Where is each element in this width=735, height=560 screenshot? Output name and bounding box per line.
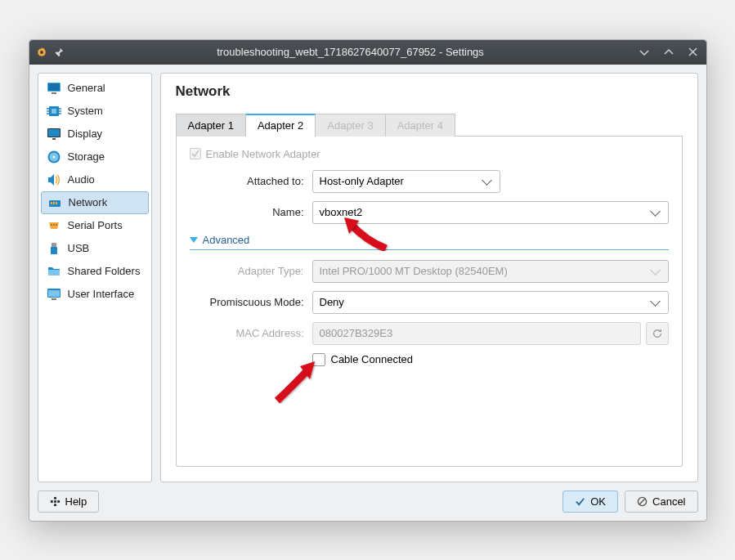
svg-rect-3	[52, 92, 56, 94]
sidebar-item-shared-folders[interactable]: Shared Folders	[38, 260, 151, 283]
attached-to-label: Attached to:	[190, 175, 312, 187]
advanced-label: Advanced	[203, 234, 250, 246]
advanced-toggle[interactable]: Advanced	[190, 234, 669, 250]
sidebar-item-label: Display	[68, 128, 103, 140]
network-icon	[47, 195, 62, 210]
sidebar-item-audio[interactable]: Audio	[38, 168, 151, 191]
svg-rect-33	[50, 500, 52, 503]
page-heading: Network	[176, 83, 683, 100]
cable-row: Cable Connected	[190, 353, 669, 366]
close-button[interactable]	[687, 46, 700, 59]
tab-adapter-1[interactable]: Adapter 1	[176, 114, 246, 137]
cancel-label: Cancel	[652, 495, 685, 508]
cable-connected-label: Cable Connected	[331, 353, 413, 365]
enable-adapter-label: Enable Network Adapter	[206, 148, 320, 160]
mac-label: MAC Address:	[190, 327, 312, 339]
svg-rect-26	[51, 247, 57, 254]
adapter-type-select: Intel PRO/1000 MT Desktop (82540EM)	[312, 260, 669, 283]
folder-icon	[47, 264, 61, 279]
cable-connected-checkbox[interactable]	[312, 353, 325, 366]
refresh-icon	[652, 328, 663, 339]
maximize-button[interactable]	[662, 46, 675, 59]
cancel-button[interactable]: Cancel	[625, 491, 697, 513]
help-icon	[50, 496, 61, 507]
sidebar-item-user-interface[interactable]: User Interface	[38, 283, 151, 306]
tab-adapter-4: Adapter 4	[385, 114, 455, 137]
svg-line-38	[639, 498, 645, 504]
main-panel: Network Adapter 1 Adapter 2 Adapter 3 Ad…	[160, 73, 698, 482]
sidebar-item-label: Serial Ports	[68, 219, 123, 231]
svg-rect-5	[52, 109, 56, 114]
sidebar-item-label: Audio	[68, 173, 95, 186]
sidebar-item-serial-ports[interactable]: Serial Ports	[38, 214, 151, 237]
svg-rect-28	[48, 290, 60, 297]
svg-rect-32	[54, 496, 56, 499]
ok-button[interactable]: OK	[562, 491, 618, 513]
svg-rect-36	[54, 500, 56, 503]
sidebar-item-network[interactable]: Network	[41, 191, 149, 214]
chip-icon	[47, 104, 61, 119]
sidebar-item-label: System	[68, 105, 103, 117]
gear-icon	[36, 47, 47, 58]
adapter-tabs: Adapter 1 Adapter 2 Adapter 3 Adapter 4	[176, 113, 683, 137]
sidebar-item-label: Shared Folders	[68, 265, 141, 277]
tab-content: Enable Network Adapter Attached to: Host…	[176, 137, 683, 467]
sidebar-item-label: Network	[69, 196, 108, 208]
promiscuous-value: Deny	[320, 296, 344, 308]
svg-rect-2	[48, 83, 60, 91]
svg-point-22	[51, 224, 52, 226]
promiscuous-select[interactable]: Deny	[312, 291, 669, 314]
speaker-icon	[47, 172, 61, 187]
enable-adapter-checkbox	[190, 148, 201, 159]
sidebar-item-label: General	[68, 82, 105, 94]
name-row: Name: vboxnet2	[190, 201, 669, 224]
minimize-button[interactable]	[638, 46, 651, 59]
monitor-icon	[47, 81, 61, 96]
usb-icon	[47, 241, 61, 256]
svg-point-17	[52, 155, 55, 158]
mac-value: 080027B329E3	[320, 327, 393, 339]
sidebar-item-usb[interactable]: USB	[38, 237, 151, 260]
name-label: Name:	[190, 206, 312, 218]
mac-input: 080027B329E3	[312, 322, 641, 345]
help-label: Help	[65, 495, 87, 508]
attached-to-row: Attached to: Host-only Adapter	[190, 170, 669, 193]
chevron-down-icon	[650, 265, 661, 276]
name-select[interactable]: vboxnet2	[312, 201, 669, 224]
sidebar-item-label: User Interface	[68, 288, 135, 300]
attached-to-select[interactable]: Host-only Adapter	[312, 170, 500, 193]
svg-rect-14	[52, 138, 56, 140]
svg-rect-21	[56, 202, 57, 204]
pin-icon[interactable]	[54, 47, 64, 57]
triangle-down-icon	[190, 237, 198, 243]
ui-icon	[47, 287, 61, 302]
help-button[interactable]: Help	[38, 491, 100, 513]
disk-icon	[47, 150, 61, 164]
settings-window: troubleshooting_webt_1718627640077_67952…	[29, 39, 707, 522]
sidebar-item-label: USB	[68, 242, 90, 254]
svg-rect-29	[52, 298, 56, 300]
chevron-down-icon	[482, 175, 492, 186]
svg-rect-35	[54, 504, 56, 506]
adapter-type-value: Intel PRO/1000 MT Desktop (82540EM)	[320, 265, 508, 277]
sidebar-item-display[interactable]: Display	[38, 123, 151, 146]
sidebar-item-storage[interactable]: Storage	[38, 146, 151, 168]
sidebar-item-general[interactable]: General	[38, 77, 151, 100]
display-icon	[47, 127, 61, 141]
svg-point-23	[53, 224, 55, 226]
chevron-down-icon	[650, 206, 661, 217]
serial-icon	[47, 218, 61, 233]
svg-rect-34	[57, 500, 60, 503]
footer: Help OK Cancel	[29, 491, 706, 521]
cancel-icon	[637, 496, 648, 507]
promiscuous-row: Promiscuous Mode: Deny	[190, 291, 669, 314]
svg-rect-19	[51, 202, 52, 204]
attached-to-value: Host-only Adapter	[320, 175, 404, 187]
check-icon	[575, 496, 585, 507]
adapter-type-row: Adapter Type: Intel PRO/1000 MT Desktop …	[190, 260, 669, 283]
tab-adapter-2[interactable]: Adapter 2	[245, 114, 316, 137]
sidebar-item-system[interactable]: System	[38, 100, 151, 123]
promiscuous-label: Promiscuous Mode:	[190, 296, 312, 308]
enable-adapter-row: Enable Network Adapter	[190, 148, 669, 160]
svg-point-24	[56, 224, 57, 226]
